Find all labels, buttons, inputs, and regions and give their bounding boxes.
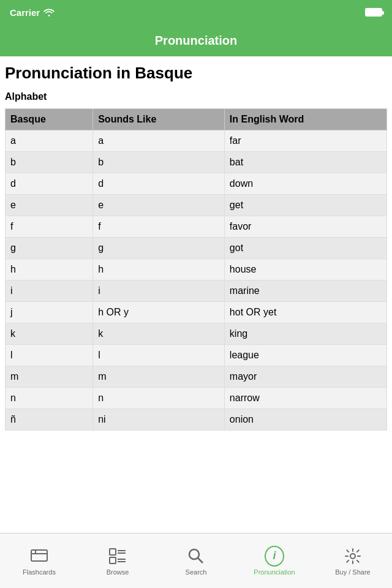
table-row: bbbat bbox=[6, 152, 387, 173]
table-cell: b bbox=[93, 152, 225, 173]
svg-point-12 bbox=[350, 554, 355, 559]
table-cell: e bbox=[6, 195, 93, 216]
section-title: Alphabet bbox=[5, 91, 387, 102]
table-cell: got bbox=[224, 238, 386, 259]
table-cell: h bbox=[6, 259, 93, 281]
pronunciation-icon: i bbox=[265, 546, 284, 566]
svg-point-10 bbox=[189, 549, 199, 559]
tab-buy-share[interactable]: Buy / Share bbox=[314, 546, 392, 576]
tab-label-buy-share: Buy / Share bbox=[335, 568, 370, 576]
table-cell: e bbox=[93, 195, 225, 216]
table-cell: mayor bbox=[224, 366, 386, 388]
battery-icon bbox=[365, 8, 382, 17]
table-cell: d bbox=[6, 173, 93, 195]
table-row: aafar bbox=[6, 130, 387, 152]
table-cell: favor bbox=[224, 216, 386, 238]
table-cell: l bbox=[93, 345, 225, 366]
table-cell: f bbox=[6, 216, 93, 238]
table-cell: get bbox=[224, 195, 386, 216]
table-row: nnnarrow bbox=[6, 388, 387, 409]
table-row: hhhouse bbox=[6, 259, 387, 281]
tab-search[interactable]: Search bbox=[157, 546, 235, 576]
table-cell: ñ bbox=[6, 409, 93, 431]
table-row: fffavor bbox=[6, 216, 387, 238]
table-cell: i bbox=[93, 281, 225, 302]
tab-pronunciation[interactable]: i Pronunciation bbox=[235, 546, 314, 576]
tab-label-browse: Browse bbox=[107, 568, 129, 576]
status-bar: Carrier bbox=[0, 0, 392, 24]
table-cell: a bbox=[6, 130, 93, 152]
table-cell: h bbox=[93, 259, 225, 281]
table-cell: house bbox=[224, 259, 386, 281]
table-cell: g bbox=[6, 238, 93, 259]
tab-browse[interactable]: Browse bbox=[78, 546, 157, 576]
carrier-text: Carrier bbox=[10, 7, 55, 18]
table-cell: onion bbox=[224, 409, 386, 431]
table-cell: far bbox=[224, 130, 386, 152]
svg-rect-1 bbox=[31, 550, 47, 561]
tab-bar: Flashcards Browse Search i Pron bbox=[0, 533, 392, 588]
table-cell: king bbox=[224, 323, 386, 345]
table-row: eeget bbox=[6, 195, 387, 216]
table-cell: i bbox=[6, 281, 93, 302]
table-cell: a bbox=[93, 130, 225, 152]
table-row: iimarine bbox=[6, 281, 387, 302]
wifi-icon bbox=[43, 8, 55, 17]
tab-label-pronunciation: Pronunciation bbox=[254, 568, 295, 576]
table-cell: l bbox=[6, 345, 93, 366]
table-cell: m bbox=[6, 366, 93, 388]
table-cell: d bbox=[93, 173, 225, 195]
table-cell: hot OR yet bbox=[224, 302, 386, 323]
table-row: llleague bbox=[6, 345, 387, 366]
table-row: ñnionion bbox=[6, 409, 387, 431]
table-cell: k bbox=[93, 323, 225, 345]
nav-bar: Pronunciation bbox=[0, 24, 392, 56]
table-row: kkking bbox=[6, 323, 387, 345]
table-row: dddown bbox=[6, 173, 387, 195]
svg-line-11 bbox=[198, 558, 203, 563]
svg-point-0 bbox=[48, 15, 50, 17]
table-cell: marine bbox=[224, 281, 386, 302]
table-cell: bat bbox=[224, 152, 386, 173]
table-cell: narrow bbox=[224, 388, 386, 409]
table-cell: n bbox=[6, 388, 93, 409]
browse-icon bbox=[108, 546, 127, 566]
table-cell: league bbox=[224, 345, 386, 366]
tab-flashcards[interactable]: Flashcards bbox=[0, 546, 78, 576]
table-cell: f bbox=[93, 216, 225, 238]
table-cell: down bbox=[224, 173, 386, 195]
table-cell: k bbox=[6, 323, 93, 345]
table-cell: b bbox=[6, 152, 93, 173]
table-row: gggot bbox=[6, 238, 387, 259]
page-title: Pronunciation in Basque bbox=[5, 64, 387, 83]
table-cell: h OR y bbox=[93, 302, 225, 323]
col-header-sounds: Sounds Like bbox=[93, 109, 225, 130]
col-header-basque: Basque bbox=[6, 109, 93, 130]
search-icon bbox=[186, 546, 206, 566]
alphabet-table: Basque Sounds Like In English Word aafar… bbox=[5, 108, 387, 431]
table-cell: j bbox=[6, 302, 93, 323]
content-area: Pronunciation in Basque Alphabet Basque … bbox=[0, 56, 392, 514]
flashcard-icon bbox=[29, 546, 49, 566]
table-row: jh OR yhot OR yet bbox=[6, 302, 387, 323]
table-cell: n bbox=[93, 388, 225, 409]
tab-label-search: Search bbox=[186, 568, 207, 576]
nav-title: Pronunciation bbox=[155, 34, 237, 48]
table-row: mmmayor bbox=[6, 366, 387, 388]
table-cell: ni bbox=[93, 409, 225, 431]
tab-label-flashcards: Flashcards bbox=[23, 568, 56, 576]
table-cell: g bbox=[93, 238, 225, 259]
table-cell: m bbox=[93, 366, 225, 388]
svg-rect-7 bbox=[110, 557, 116, 564]
svg-rect-4 bbox=[110, 549, 116, 555]
gear-icon bbox=[343, 546, 363, 566]
col-header-english: In English Word bbox=[224, 109, 386, 130]
